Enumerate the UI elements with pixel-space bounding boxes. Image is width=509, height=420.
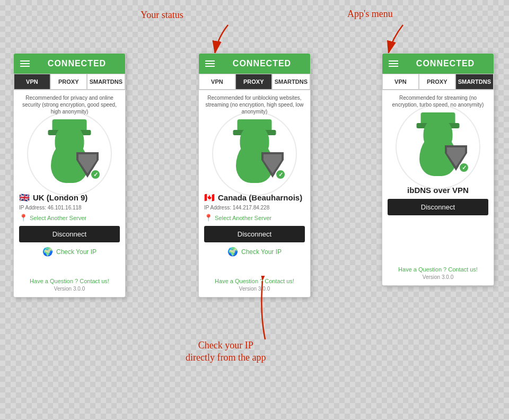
phone1-flag: 🇬🇧 [19,192,30,203]
tab-smartdns-2[interactable]: SMARTDNS [272,74,310,90]
phone2-ip: IP Address: 144.217.84.228 [204,205,305,211]
hamburger-menu-2[interactable] [205,60,215,67]
mascot-1: ✓ [46,125,93,183]
phone1-contact[interactable]: Have a Question ? Contact us! [19,278,120,284]
shield-badge-2: ✓ [261,152,284,178]
your-status-annotation: Your status [141,10,183,21]
phone1-select-server[interactable]: 📍 Select Another Server [19,214,120,222]
phone-screen-2: CONNECTED VPN PROXY SMARTDNS Recommended… [198,53,311,298]
check-mark-1: ✓ [93,172,98,178]
phone3-header: CONNECTED [382,54,494,74]
shield-badge-3: ✓ [445,145,467,171]
phone2-check-ip-label: Check Your IP [241,248,282,256]
mascot-3: ✓ [414,118,462,176]
pin-icon-2: 📍 [204,214,213,222]
phone2-status: CONNECTED [220,59,304,68]
phone2-header: CONNECTED [199,54,310,74]
phone2-select-server[interactable]: 📍 Select Another Server [204,214,305,222]
phone2-flag: 🇨🇦 [204,192,215,203]
phone2-body: Recommended for unblocking websites, str… [199,90,310,267]
pin-icon-1: 📍 [19,214,28,222]
phone3-body: Recommended for streaming (no encryption… [382,90,494,224]
tab-smartdns-1[interactable]: SMARTDNS [87,74,125,90]
globe-icon-1: 🌍 [42,247,53,257]
phone2-disconnect-btn[interactable]: Disconnect [204,226,305,242]
phone3-tab-bar: VPN PROXY SMARTDNS [382,74,494,90]
phone1-tab-bar: VPN PROXY SMARTDNS [14,74,125,90]
tab-vpn-2[interactable]: VPN [199,74,235,90]
phone3-mascot-area: ✓ [388,112,488,181]
phone3-status: CONNECTED [403,59,487,68]
check-circle-2: ✓ [275,169,286,180]
tab-vpn-3[interactable]: VPN [382,74,419,90]
check-mark-2: ✓ [278,172,283,178]
check-circle-1: ✓ [90,169,101,180]
tab-proxy-2[interactable]: PROXY [235,74,272,90]
phone1-select-label: Select Another Server [30,215,86,221]
hamburger-menu-3[interactable] [389,60,398,67]
phone3-footer: Have a Question ? Contact us! Version 3.… [382,224,494,285]
phone1-version: Version 3.0.0 [19,286,120,292]
phone1-status: CONNECTED [35,59,119,68]
phone1-check-ip-label: Check Your IP [56,248,96,256]
phone2-check-ip[interactable]: 🌍 Check Your IP [204,247,305,257]
phone1-footer: Have a Question ? Contact us! Version 3.… [14,267,125,297]
phone1-ip: IP Address: 46.101.16.118 [19,205,120,211]
phone3-disconnect-btn[interactable]: Disconnect [388,199,488,215]
phone1-header: CONNECTED [14,54,125,74]
phone1-check-ip[interactable]: 🌍 Check Your IP [19,247,120,257]
apps-menu-annotation: App's menu [347,8,393,20]
phone2-mascot-area: ✓ [204,119,305,188]
phone1-body: Recommended for privacy and online secur… [14,90,125,267]
phone1-disconnect-btn[interactable]: Disconnect [19,226,120,242]
check-ip-arrow [233,276,297,345]
hamburger-menu-1[interactable] [20,60,30,67]
check-mark-3: ✓ [462,165,467,171]
tab-vpn-1[interactable]: VPN [14,74,50,90]
check-ip-annotation: Check your IPdirectly from the app [186,339,266,364]
check-circle-3: ✓ [459,162,469,173]
tab-smartdns-3[interactable]: SMARTDNS [455,74,494,90]
mascot-2: ✓ [231,125,278,183]
phone-screen-3: CONNECTED VPN PROXY SMARTDNS Recommended… [382,53,494,286]
shield-badge-1: ✓ [76,152,99,178]
globe-icon-2: 🌍 [227,247,238,257]
phone-screen-1: CONNECTED VPN PROXY SMARTDNS Recommended… [13,53,126,298]
tab-proxy-3[interactable]: PROXY [419,74,455,90]
phone3-contact[interactable]: Have a Question ? Contact us! [388,266,488,273]
phone2-tab-bar: VPN PROXY SMARTDNS [199,74,310,90]
phone3-version: Version 3.0.0 [388,274,488,280]
phone2-select-label: Select Another Server [215,215,271,221]
tab-proxy-1[interactable]: PROXY [50,74,87,90]
phone1-mascot-area: ✓ [19,119,120,188]
